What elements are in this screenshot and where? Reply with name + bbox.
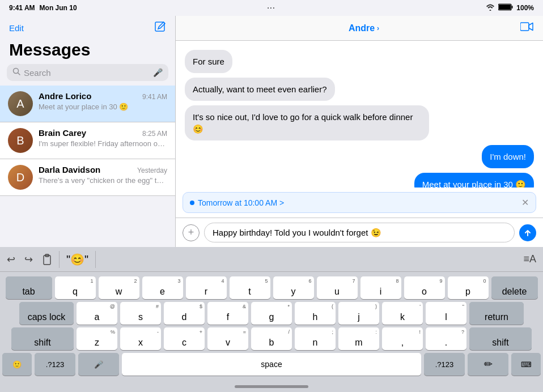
key-y[interactable]: 6y	[273, 276, 314, 299]
keyboard-toolbar-left: ↩ ↪	[7, 253, 52, 266]
key-m[interactable]: :m	[338, 327, 379, 350]
clipboard-button[interactable]	[42, 254, 52, 265]
scheduled-label[interactable]: Tomorrow at 10:00 AM >	[198, 198, 284, 207]
keyboard: tab 1q 2w 3e 4r 5t 6y 7u 8i 9o 0p delete…	[0, 272, 543, 381]
convo-content-darla: Darla Davidson Yesterday There's a very …	[39, 165, 167, 186]
convo-content-andre: Andre Lorico 9:41 AM Meet at your place …	[39, 91, 167, 112]
key-r[interactable]: 4r	[186, 276, 227, 299]
key-comma[interactable]: !,	[382, 327, 423, 350]
compose-button[interactable]	[154, 20, 166, 36]
key-mic[interactable]: 🎤	[78, 353, 119, 376]
key-x[interactable]: -x	[120, 327, 161, 350]
battery-icon	[498, 3, 513, 12]
conversation-list: A Andre Lorico 9:41 AM Meet at your plac…	[0, 86, 175, 247]
keyboard-row-2: caps lock @a #s $d &f *g (h )j 'k "l ret…	[2, 302, 541, 325]
avatar-andre: A	[8, 91, 33, 116]
home-bar	[235, 385, 308, 388]
key-g[interactable]: *g	[251, 302, 292, 325]
key-caps-lock[interactable]: caps lock	[19, 302, 74, 325]
key-c[interactable]: +c	[164, 327, 205, 350]
convo-time-brain: 8:25 AM	[142, 130, 167, 138]
key-d[interactable]: $d	[164, 302, 205, 325]
key-shift-right[interactable]: shift	[469, 327, 532, 350]
conversation-item-andre[interactable]: A Andre Lorico 9:41 AM Meet at your plac…	[0, 86, 175, 122]
key-t[interactable]: 5t	[230, 276, 270, 299]
key-tab[interactable]: tab	[6, 276, 52, 299]
convo-preview-brain: I'm super flexible! Friday afternoon or …	[39, 139, 167, 149]
search-input[interactable]	[24, 68, 150, 78]
key-num1[interactable]: .?123	[35, 353, 75, 376]
header-center[interactable]: Andre ›	[349, 23, 379, 33]
convo-name-andre: Andre Lorico	[39, 91, 91, 101]
status-time: 9:41 AM	[9, 4, 35, 12]
key-k[interactable]: 'k	[382, 302, 423, 325]
convo-preview-darla: There's a very "chicken or the egg" thin…	[39, 176, 167, 186]
scheduled-close-button[interactable]: ✕	[521, 197, 529, 208]
message-bubble-1: For sure	[185, 50, 232, 73]
key-h[interactable]: (h	[295, 302, 336, 325]
avatar-darla: D	[8, 165, 33, 190]
key-b[interactable]: /b	[251, 327, 292, 350]
key-v[interactable]: =v	[207, 327, 248, 350]
status-bar-right: 100%	[486, 3, 534, 12]
scheduled-dot	[190, 201, 194, 205]
add-attachment-button[interactable]: +	[183, 224, 200, 241]
send-button[interactable]	[519, 224, 536, 241]
key-i[interactable]: 8i	[360, 276, 401, 299]
redo-button[interactable]: ↪	[24, 253, 33, 266]
chevron-right-icon: ›	[377, 24, 379, 32]
sidebar-header: Edit	[0, 16, 175, 38]
contact-name: Andre	[349, 23, 375, 33]
key-s[interactable]: #s	[120, 302, 161, 325]
key-scribble[interactable]: ✏	[468, 353, 508, 376]
toolbar-divider-2	[95, 251, 96, 268]
drag-dots: ···	[268, 5, 275, 11]
key-emoji[interactable]: 🙂	[2, 353, 32, 376]
key-space[interactable]: space	[122, 353, 421, 376]
key-u[interactable]: 7u	[317, 276, 358, 299]
key-j[interactable]: )j	[338, 302, 379, 325]
conversation-item-brain[interactable]: B Brain Carey 8:25 AM I'm super flexible…	[0, 122, 175, 159]
key-e[interactable]: 3e	[142, 276, 183, 299]
key-n[interactable]: ;n	[295, 327, 336, 350]
key-shift-left[interactable]: shift	[11, 327, 74, 350]
key-z[interactable]: %z	[77, 327, 117, 350]
svg-line-4	[18, 73, 20, 75]
convo-time-darla: Yesterday	[137, 167, 167, 174]
sidebar: Edit Messages 🎤 A	[0, 16, 176, 247]
status-bar-center: ···	[268, 5, 275, 11]
conversation-item-darla[interactable]: D Darla Davidson Yesterday There's a ver…	[0, 159, 175, 196]
message-input-row: +	[176, 218, 543, 247]
key-a[interactable]: @a	[77, 302, 117, 325]
message-bubble-3: It's so nice out, I'd love to go for a q…	[185, 105, 429, 140]
text-format-button[interactable]: ≡A	[523, 253, 536, 265]
message-area: For sure Actually, want to meet even ear…	[176, 41, 543, 188]
keyboard-row-3: shift %z -x +c =v /b ;n :m !, ?. shift	[2, 327, 541, 350]
key-w[interactable]: 2w	[99, 276, 139, 299]
key-return[interactable]: return	[469, 302, 524, 325]
search-bar[interactable]: 🎤	[7, 64, 168, 81]
emoji-toolbar-button[interactable]: "😊"	[66, 253, 88, 266]
convo-name-brain: Brain Carey	[39, 128, 86, 138]
key-f[interactable]: &f	[207, 302, 248, 325]
key-dismiss[interactable]: ⌨	[511, 353, 541, 376]
undo-button[interactable]: ↩	[7, 253, 15, 266]
key-num2[interactable]: .?123	[424, 353, 465, 376]
toolbar-divider-1	[59, 251, 60, 268]
home-indicator	[0, 381, 543, 392]
key-q[interactable]: 1q	[55, 276, 96, 299]
scheduled-content: Tomorrow at 10:00 AM >	[190, 198, 284, 207]
message-input[interactable]	[204, 223, 515, 242]
key-l[interactable]: "l	[426, 302, 466, 325]
keyboard-toolbar: ↩ ↪ "😊" ≡A	[0, 247, 543, 272]
edit-button[interactable]: Edit	[9, 23, 24, 33]
message-bubble-4: I'm down!	[482, 145, 534, 168]
key-delete[interactable]: delete	[491, 276, 538, 299]
key-p[interactable]: 0p	[448, 276, 489, 299]
status-bar: 9:41 AM Mon Jun 10 ··· 100%	[0, 0, 543, 16]
key-period[interactable]: ?.	[426, 327, 466, 350]
key-o[interactable]: 9o	[404, 276, 445, 299]
search-icon	[12, 67, 20, 78]
wifi-icon	[486, 4, 495, 12]
video-call-button[interactable]	[520, 22, 534, 35]
